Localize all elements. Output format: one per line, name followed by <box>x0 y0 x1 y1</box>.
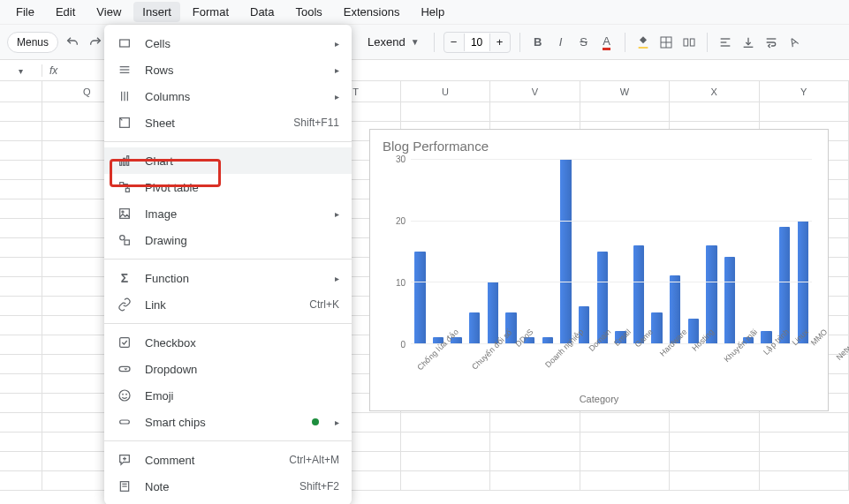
row-header[interactable] <box>0 374 42 393</box>
italic-icon[interactable]: I <box>552 34 570 51</box>
row-header[interactable] <box>0 433 42 451</box>
cell[interactable] <box>580 452 670 470</box>
bold-icon[interactable]: B <box>529 34 547 51</box>
row-header[interactable] <box>0 141 42 160</box>
col-header[interactable]: V <box>490 81 580 102</box>
borders-icon[interactable] <box>657 34 675 51</box>
menu-tools[interactable]: Tools <box>286 2 330 22</box>
row-header[interactable] <box>0 180 42 199</box>
menu-file[interactable]: File <box>7 2 43 22</box>
vertical-align-icon[interactable] <box>739 34 757 51</box>
font-size-stepper[interactable]: − + <box>443 32 511 53</box>
col-header[interactable]: U <box>401 81 490 102</box>
font-selector[interactable]: Lexend▼ <box>362 32 425 52</box>
row-header[interactable] <box>0 161 42 179</box>
menu-help[interactable]: Help <box>412 2 453 22</box>
cell[interactable] <box>490 413 580 432</box>
bar[interactable] <box>724 257 735 343</box>
cell[interactable] <box>760 413 849 432</box>
cell[interactable] <box>490 433 580 451</box>
menu-data[interactable]: Data <box>241 2 283 22</box>
cell[interactable] <box>760 102 849 121</box>
row-header[interactable] <box>0 316 42 335</box>
cell[interactable] <box>670 433 759 451</box>
bar[interactable] <box>542 337 553 343</box>
cell[interactable] <box>580 102 670 121</box>
row-header[interactable] <box>0 199 42 218</box>
row-header[interactable] <box>0 335 42 354</box>
bar[interactable] <box>414 252 425 344</box>
cell[interactable] <box>760 433 849 451</box>
menu-item-drawing[interactable]: Drawing <box>104 227 352 253</box>
menus-button[interactable]: Menus <box>7 32 58 53</box>
row-header[interactable] <box>0 102 42 121</box>
row-header[interactable] <box>0 413 42 432</box>
menu-item-dropdown[interactable]: Dropdown <box>104 356 352 382</box>
cell[interactable] <box>670 102 759 121</box>
bar[interactable] <box>633 245 644 343</box>
menu-item-cells[interactable]: Cells▸ <box>104 30 352 56</box>
cell-reference[interactable]: ▾ <box>0 64 42 77</box>
cell[interactable] <box>760 471 849 490</box>
bar[interactable] <box>488 282 498 343</box>
row-header[interactable] <box>0 219 42 237</box>
col-header[interactable]: Y <box>760 81 849 102</box>
menu-item-columns[interactable]: Columns▸ <box>104 83 352 109</box>
menu-item-checkbox[interactable]: Checkbox <box>104 329 352 356</box>
row-header[interactable] <box>0 394 42 412</box>
menu-item-smartchips[interactable]: Smart chips▸ <box>104 409 352 435</box>
text-rotation-icon[interactable]: A <box>785 34 803 51</box>
undo-icon[interactable] <box>64 34 81 51</box>
cell[interactable] <box>401 452 490 470</box>
redo-icon[interactable] <box>87 34 104 51</box>
menu-item-chart[interactable]: Chart <box>104 147 352 174</box>
row-header[interactable] <box>0 297 42 315</box>
menu-item-function[interactable]: ΣFunction▸ <box>104 265 352 291</box>
menu-insert[interactable]: Insert <box>133 2 180 22</box>
cell[interactable] <box>490 471 580 490</box>
bar[interactable] <box>469 312 480 343</box>
cell[interactable] <box>760 452 849 470</box>
cell[interactable] <box>580 413 670 432</box>
bar[interactable] <box>651 312 662 343</box>
col-header[interactable]: X <box>670 81 759 102</box>
chart[interactable]: Blog Performance 0102030 Chống lừa đảoCh… <box>369 129 829 411</box>
cell[interactable] <box>670 413 759 432</box>
row-header[interactable] <box>0 122 42 140</box>
row-header[interactable] <box>0 277 42 296</box>
row-header[interactable] <box>0 355 42 373</box>
menu-view[interactable]: View <box>87 2 130 22</box>
cell[interactable] <box>401 413 490 432</box>
decrease-font-icon[interactable]: − <box>444 33 464 52</box>
cell[interactable] <box>490 102 580 121</box>
cell[interactable] <box>670 452 759 470</box>
horizontal-align-icon[interactable] <box>716 34 734 51</box>
row-header[interactable] <box>0 471 42 490</box>
menu-item-emoji[interactable]: Emoji <box>104 382 352 409</box>
cell[interactable] <box>401 102 490 121</box>
fill-color-icon[interactable] <box>634 34 652 51</box>
menu-extensions[interactable]: Extensions <box>335 2 409 22</box>
menu-format[interactable]: Format <box>184 2 238 22</box>
bar[interactable] <box>560 159 571 343</box>
menu-item-comment[interactable]: CommentCtrl+Alt+M <box>104 447 352 473</box>
menu-item-pivot[interactable]: Pivot table <box>104 174 352 200</box>
cell[interactable] <box>401 471 490 490</box>
font-size-input[interactable] <box>464 34 490 51</box>
corner-cell[interactable] <box>0 81 42 102</box>
strikethrough-icon[interactable]: S <box>575 34 593 51</box>
menu-edit[interactable]: Edit <box>47 2 84 22</box>
increase-font-icon[interactable]: + <box>490 33 510 52</box>
cell[interactable] <box>580 471 670 490</box>
row-header[interactable] <box>0 238 42 257</box>
menu-item-image[interactable]: Image▸ <box>104 200 352 227</box>
menu-item-rows[interactable]: Rows▸ <box>104 56 352 83</box>
menu-item-note[interactable]: NoteShift+F2 <box>104 473 352 500</box>
row-header[interactable] <box>0 258 42 276</box>
text-color-icon[interactable]: A <box>598 34 616 51</box>
row-header[interactable] <box>0 452 42 470</box>
merge-cells-icon[interactable] <box>680 34 698 51</box>
col-header[interactable]: W <box>580 81 670 102</box>
menu-item-link[interactable]: LinkCtrl+K <box>104 291 352 318</box>
cell[interactable] <box>580 433 670 451</box>
